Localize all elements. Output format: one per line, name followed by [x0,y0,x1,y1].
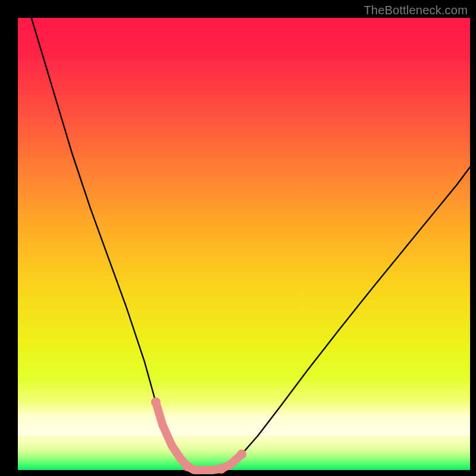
chart-frame: TheBottleneck.com [0,0,476,476]
highlight-flat-bottom [187,466,221,470]
highlight-dot [217,464,226,474]
highlight-dot [151,397,161,407]
highlight-dot [237,449,246,459]
highlight-dot [183,462,192,471]
plot-area [18,18,470,470]
watermark-text: TheBottleneck.com [364,4,468,17]
gradient-main [18,18,470,436]
bottleneck-curve-chart [0,0,476,476]
